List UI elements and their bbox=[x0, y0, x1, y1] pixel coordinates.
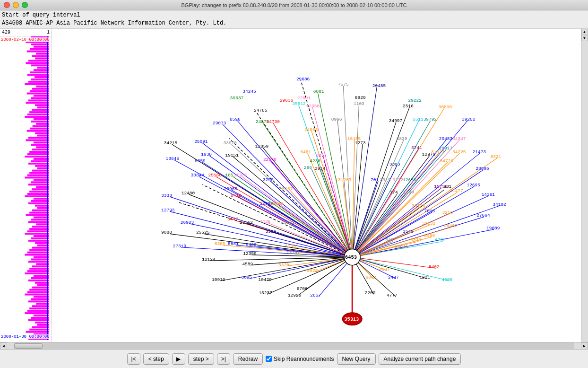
svg-rect-84 bbox=[25, 233, 49, 235]
svg-rect-94 bbox=[34, 256, 49, 258]
svg-rect-45 bbox=[34, 141, 49, 143]
svg-line-148 bbox=[263, 123, 352, 257]
skip-reannouncements-checkbox[interactable] bbox=[266, 356, 272, 362]
right-scrollbar[interactable]: ▲ ▼ bbox=[581, 29, 588, 342]
as-label-3303: 3303 bbox=[389, 161, 400, 166]
svg-line-159 bbox=[202, 143, 352, 257]
svg-rect-34 bbox=[25, 116, 49, 118]
svg-rect-54 bbox=[28, 162, 49, 164]
maximize-button[interactable] bbox=[22, 2, 28, 8]
close-button[interactable] bbox=[4, 2, 10, 8]
svg-line-250 bbox=[220, 257, 352, 280]
svg-rect-63 bbox=[28, 184, 49, 185]
as-label-12124: 12124 bbox=[202, 257, 216, 262]
svg-rect-39 bbox=[30, 127, 49, 129]
info-bar: Start of query interval AS4608 APNIC-AP … bbox=[0, 10, 588, 29]
title-bar: BGPlay: changes to prefix 80.88.240.0/20… bbox=[0, 0, 588, 10]
skip-reannouncements-label[interactable]: Skip Reannouncements bbox=[266, 356, 334, 362]
as-label-4436: 4436 bbox=[259, 219, 270, 224]
svg-rect-53 bbox=[31, 160, 49, 162]
as-label-10429: 10429 bbox=[258, 277, 272, 282]
as-label-19089: 19089 bbox=[486, 226, 500, 231]
svg-rect-100 bbox=[27, 270, 49, 272]
svg-line-133 bbox=[229, 138, 352, 257]
scroll-right-arrow[interactable]: ▶ bbox=[581, 342, 588, 350]
svg-rect-126 bbox=[26, 331, 49, 333]
as-label-24785: 24785 bbox=[254, 108, 268, 113]
as-label-14361: 14361 bbox=[482, 192, 495, 197]
date-label-top: 2008-02-10 00:00:00 bbox=[1, 37, 50, 42]
svg-rect-22 bbox=[32, 88, 49, 89]
svg-rect-111 bbox=[34, 296, 49, 298]
analyze-button[interactable]: Analyze current path change bbox=[379, 353, 461, 365]
scroll-left-arrow[interactable]: ◀ bbox=[0, 342, 7, 350]
svg-rect-91 bbox=[29, 249, 49, 251]
as-label-33970: 33970 bbox=[224, 140, 237, 146]
as-label-6762: 6762 bbox=[435, 237, 446, 243]
as-label-30132: 30132 bbox=[422, 221, 435, 226]
as-label-23352: 23352 bbox=[240, 219, 253, 225]
as-label-6706: 6706 bbox=[297, 286, 308, 291]
as-label-13237: 13237 bbox=[259, 290, 272, 296]
as-label-8447: 8447 bbox=[227, 217, 238, 222]
svg-rect-70 bbox=[31, 200, 49, 202]
scroll-down-arrow[interactable]: ▼ bbox=[581, 35, 588, 41]
svg-rect-4 bbox=[34, 45, 49, 47]
as-label-8596: 8596 bbox=[230, 117, 241, 122]
sidebar-value: 429 bbox=[2, 30, 10, 35]
svg-rect-18 bbox=[31, 79, 49, 80]
svg-rect-69 bbox=[34, 198, 49, 200]
as-label-3272: 3272 bbox=[392, 177, 403, 182]
as-label-29686: 29686 bbox=[296, 76, 310, 81]
svg-rect-59 bbox=[27, 174, 49, 176]
next-step-button[interactable]: step > bbox=[188, 353, 214, 365]
svg-rect-14 bbox=[34, 69, 49, 71]
svg-rect-51 bbox=[25, 156, 49, 158]
last-button[interactable]: >| bbox=[217, 353, 230, 365]
as-label-131283: 131283 bbox=[335, 177, 351, 182]
as-label-1239: 1239 bbox=[285, 243, 296, 248]
minimize-button[interactable] bbox=[13, 2, 19, 8]
toolbar: |< < step ▶ step > >| Redraw Skip Reanno… bbox=[0, 349, 588, 368]
scroll-thumb[interactable] bbox=[14, 343, 43, 349]
scroll-track[interactable] bbox=[14, 342, 574, 349]
as-label-10910: 10910 bbox=[212, 277, 225, 282]
as-label-3216: 3216 bbox=[442, 210, 453, 215]
as-label-8365: 8365 bbox=[215, 241, 225, 246]
window-title: BGPlay: changes to prefix 80.88.240.0/20… bbox=[182, 2, 407, 8]
prev-step-button[interactable]: < step bbox=[143, 353, 169, 365]
svg-text:35313: 35313 bbox=[344, 316, 359, 322]
svg-rect-66 bbox=[29, 191, 49, 193]
as-label-1299: 1299 bbox=[403, 190, 414, 195]
as-label-3549: 3549 bbox=[403, 228, 414, 234]
svg-rect-113 bbox=[28, 300, 49, 302]
as-label-174: 174 bbox=[390, 190, 398, 195]
as-label-12676: 12676 bbox=[403, 177, 416, 182]
as-label-29073: 29073 bbox=[213, 120, 226, 125]
as-label-34726: 34726 bbox=[440, 158, 454, 164]
new-query-button[interactable]: New Query bbox=[337, 353, 376, 365]
as-label-25462: 25462 bbox=[444, 223, 457, 228]
svg-rect-67 bbox=[27, 193, 49, 195]
as-label-34347: 34347 bbox=[452, 136, 466, 141]
as-label-30126: 30126 bbox=[412, 203, 425, 208]
as-label-702: 702 bbox=[392, 201, 400, 206]
svg-rect-68 bbox=[25, 195, 49, 197]
as-label-12859: 12859 bbox=[255, 143, 269, 149]
svg-line-161 bbox=[352, 144, 363, 257]
as-label-7018: 7018 bbox=[424, 209, 435, 214]
as-label-3333: 3333 bbox=[161, 193, 172, 198]
first-button[interactable]: |< bbox=[127, 353, 140, 365]
as-label-34215: 34215 bbox=[164, 140, 178, 146]
redraw-button[interactable]: Redraw bbox=[233, 353, 263, 365]
svg-rect-115 bbox=[32, 305, 49, 307]
svg-rect-36 bbox=[31, 120, 49, 122]
sidebar: 429 1 2008-02-10 00:00:00 bbox=[0, 29, 52, 342]
sidebar-header: 429 1 bbox=[0, 29, 52, 36]
play-button[interactable]: ▶ bbox=[172, 353, 185, 365]
as-label-1221: 1221 bbox=[419, 275, 430, 280]
scroll-up-arrow[interactable]: ▲ bbox=[581, 29, 588, 35]
svg-rect-119 bbox=[34, 315, 49, 316]
as-label-6830: 6830 bbox=[397, 136, 407, 141]
as-label-5511: 5511 bbox=[413, 117, 424, 122]
